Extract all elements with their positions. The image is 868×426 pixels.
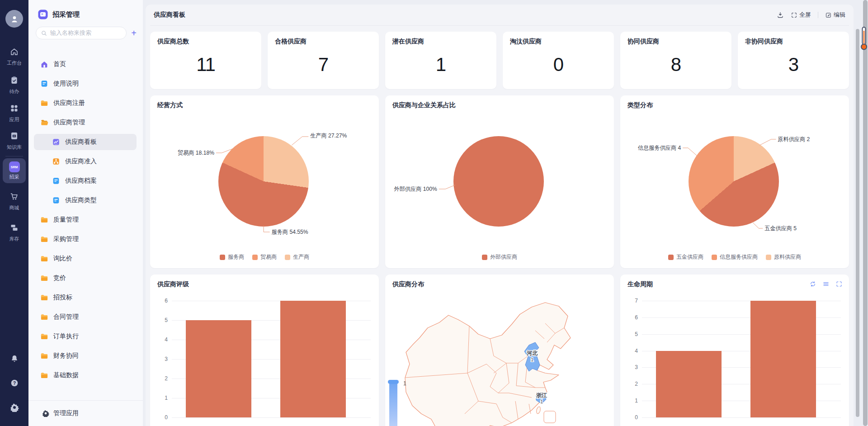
sidebar-item-15-财务协同[interactable]: 财务协同 (34, 348, 137, 364)
y-axis-tick: 5 (635, 331, 638, 337)
visualmap-bar[interactable] (389, 384, 397, 426)
sidebar: 招采管理 输入名称来搜索 + 首页使用说明供应商注册供应商管理供应商看板供应商准… (28, 0, 143, 426)
sidebar-item-11-竞价[interactable]: 竞价 (34, 270, 137, 286)
sidebar-item-4-供应商看板[interactable]: 供应商看板 (34, 134, 137, 150)
refresh-icon[interactable] (809, 280, 816, 288)
list-icon[interactable] (822, 280, 830, 288)
sidebar-item-14-订单执行[interactable]: 订单执行 (34, 328, 137, 345)
fullscreen-button[interactable]: 全屏 (791, 11, 811, 19)
sidebar-item-2-供应商注册[interactable]: 供应商注册 (34, 95, 137, 111)
legend-item-服务商[interactable]: 服务商 (220, 253, 244, 261)
rail-item-todo[interactable]: 待办 (0, 76, 28, 95)
chart-title: 经营方式 (157, 101, 183, 109)
sidebar-item-label: 招投标 (53, 293, 72, 302)
sidebar-item-5-供应商准入[interactable]: 供应商准入 (34, 153, 137, 170)
rail-gear-button[interactable] (0, 403, 28, 414)
stat-value: 11 (157, 46, 254, 83)
pie-label-leader (439, 185, 455, 189)
rail-item-inventory[interactable]: 库存 (0, 223, 28, 242)
knowledge-icon: AI (0, 131, 28, 142)
chart-title: 供应商与企业关系占比 (392, 101, 456, 109)
sidebar-item-3-供应商管理[interactable]: 供应商管理 (34, 114, 137, 131)
rail-item-srm[interactable]: SRM招采 (3, 158, 26, 183)
bar-value-5[interactable] (186, 320, 251, 417)
sidebar-item-label: 供应商看板 (65, 138, 97, 146)
page-title: 供应商看板 (154, 11, 185, 19)
chart-legend: 服务商贸易商生产商 (150, 253, 379, 261)
rail-divider (5, 156, 23, 156)
legend-item-贸易商[interactable]: 贸易商 (252, 253, 277, 261)
sidebar-item-label: 供应商档案 (65, 177, 97, 185)
search-input[interactable]: 输入名称来搜索 (36, 27, 127, 39)
dashboard-panel: 供应商看板 全屏 编辑 供应商总数11 合格供应商7 潜在供应商1 淘汰供应商0… (146, 5, 854, 426)
chart-card-type-distribution[interactable]: 类型分布 信息服务供应商 4原料供应商 2五金供应商 5 五金供应商信息服务供应… (620, 95, 849, 268)
stat-card-total: 供应商总数11 (150, 32, 261, 89)
pie-label: 信息服务供应商 4 (638, 145, 681, 151)
chart-card-business-mode[interactable]: 经营方式 生产商 27.27%贸易商 18.18%服务商 54.55% 服务商贸… (150, 95, 379, 268)
add-button[interactable]: + (131, 28, 137, 38)
sidebar-item-9-采购管理[interactable]: 采购管理 (34, 231, 137, 247)
y-axis-tick: 4 (165, 336, 168, 343)
visualmap-handle[interactable] (388, 380, 399, 384)
sidebar-item-label: 基础数据 (53, 371, 79, 379)
rail-item-mall[interactable]: 商城 (0, 192, 28, 211)
sidebar-item-1-使用说明[interactable]: 使用说明 (34, 76, 137, 92)
sidebar-item-0-首页[interactable]: 首页 (34, 56, 137, 72)
sidebar-item-7-供应商类型[interactable]: 供应商类型 (34, 192, 137, 208)
download-button[interactable] (777, 11, 784, 19)
sidebar-item-12-招投标[interactable]: 招投标 (34, 289, 137, 306)
pie-chart[interactable] (218, 136, 309, 227)
fullscreen-icon[interactable] (835, 280, 843, 288)
pie-label: 生产商 27.27% (310, 133, 347, 139)
sidebar-item-label: 供应商管理 (53, 118, 85, 127)
bar-value-7[interactable] (750, 301, 816, 417)
folder-icon (40, 332, 48, 341)
pie-label: 原料供应商 2 (778, 136, 810, 142)
legend-item-原料供应商[interactable]: 原料供应商 (766, 253, 801, 261)
pie-chart[interactable] (689, 136, 779, 227)
gear-icon (42, 410, 49, 417)
app-title: 招采管理 (52, 10, 80, 19)
legend-item-生产商[interactable]: 生产商 (285, 253, 309, 261)
legend-swatch (285, 255, 290, 260)
doc-icon (40, 80, 48, 88)
avatar[interactable] (5, 10, 23, 28)
inner-scrollbar[interactable] (856, 29, 859, 417)
legend-item-外部供应商[interactable]: 外部供应商 (482, 253, 517, 261)
chart-card-supplier-rating[interactable]: 供应商评级 0123456 (150, 275, 379, 426)
bar-value-6[interactable] (280, 301, 346, 417)
chart-card-supplier-distribution[interactable]: 供应商分布 河北 1 浙江 1 1 (385, 275, 614, 426)
y-axis-tick: 3 (165, 356, 168, 362)
bar-value-4[interactable] (656, 351, 722, 417)
svg-text:?: ? (13, 381, 15, 386)
bar-plot[interactable]: 01234567 (642, 301, 841, 417)
legend-swatch (766, 255, 771, 260)
china-map[interactable]: 河北 1 浙江 1 (401, 296, 596, 426)
chart-card-enterprise-relation[interactable]: 供应商与企业关系占比 外部供应商 100% 外部供应商 (385, 95, 614, 268)
outer-scrollbar[interactable] (863, 0, 868, 426)
legend-item-五金供应商[interactable]: 五金供应商 (668, 253, 703, 261)
search-icon (41, 30, 47, 37)
sidebar-item-16-基础数据[interactable]: 基础数据 (34, 367, 137, 383)
rail-bell-button[interactable] (0, 354, 28, 365)
chart-title: 供应商分布 (392, 280, 424, 289)
chart-toolbar (809, 280, 843, 288)
legend-item-信息服务供应商[interactable]: 信息服务供应商 (712, 253, 758, 261)
rail-help-button[interactable]: ? (0, 379, 28, 389)
rail-item-workbench[interactable]: 工作台 (0, 47, 28, 66)
sidebar-item-6-供应商档案[interactable]: 供应商档案 (34, 173, 137, 189)
sidebar-item-8-质量管理[interactable]: 质量管理 (34, 212, 137, 228)
sidebar-item-manage-app[interactable]: 管理应用 (28, 409, 79, 417)
bar-plot[interactable]: 0123456 (172, 301, 371, 417)
sidebar-item-13-合同管理[interactable]: 合同管理 (34, 309, 137, 325)
stat-label: 供应商总数 (157, 38, 254, 46)
sidebar-item-10-询比价[interactable]: 询比价 (34, 251, 137, 267)
board-icon (52, 138, 60, 146)
folder-icon (40, 352, 48, 360)
rail-item-knowledge[interactable]: AI知识库 (0, 131, 28, 151)
chart-card-lifecycle[interactable]: 生命周期 01234567 (620, 275, 849, 426)
y-axis-tick: 0 (635, 414, 638, 421)
rail-item-apps[interactable]: 应用 (0, 104, 28, 123)
pie-chart[interactable] (453, 136, 544, 227)
edit-button[interactable]: 编辑 (825, 11, 845, 19)
